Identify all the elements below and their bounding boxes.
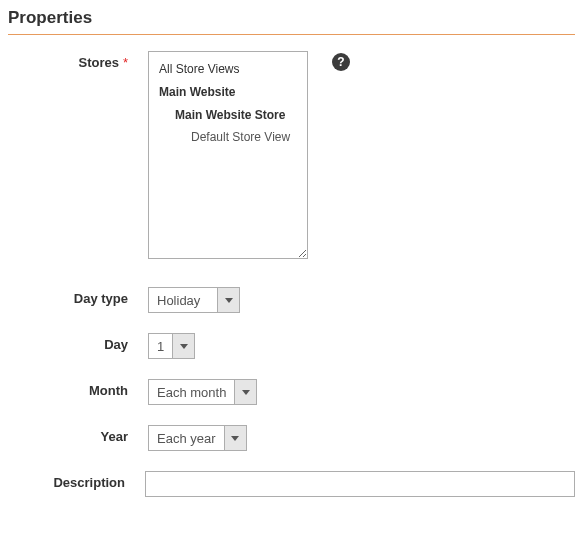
- label-day-type: Day type: [8, 287, 148, 306]
- chevron-down-icon: [217, 288, 239, 312]
- day-type-select[interactable]: Holiday: [148, 287, 240, 313]
- label-month: Month: [8, 379, 148, 398]
- description-input[interactable]: [145, 471, 575, 497]
- day-type-value: Holiday: [149, 288, 217, 312]
- label-day: Day: [8, 333, 148, 352]
- label-stores: Stores*: [8, 51, 148, 70]
- row-month: Month Each month: [8, 379, 575, 405]
- stores-option[interactable]: Main Website: [159, 81, 297, 104]
- row-day-type: Day type Holiday: [8, 287, 575, 313]
- row-stores: Stores* All Store Views Main Website Mai…: [8, 51, 575, 259]
- chevron-down-icon: [224, 426, 246, 450]
- day-value: 1: [149, 334, 172, 358]
- required-mark: *: [123, 55, 128, 70]
- stores-option[interactable]: All Store Views: [159, 58, 297, 81]
- stores-option[interactable]: Main Website Store: [159, 104, 297, 127]
- label-stores-text: Stores: [78, 55, 118, 70]
- month-select[interactable]: Each month: [148, 379, 257, 405]
- chevron-down-icon: [234, 380, 256, 404]
- section-title: Properties: [8, 8, 575, 35]
- row-description: Description: [8, 471, 575, 497]
- month-value: Each month: [149, 380, 234, 404]
- help-icon[interactable]: ?: [332, 53, 350, 71]
- label-year: Year: [8, 425, 148, 444]
- stores-option[interactable]: Default Store View: [159, 126, 297, 149]
- year-select[interactable]: Each year: [148, 425, 247, 451]
- chevron-down-icon: [172, 334, 194, 358]
- day-select[interactable]: 1: [148, 333, 195, 359]
- row-year: Year Each year: [8, 425, 575, 451]
- label-description: Description: [8, 471, 145, 490]
- year-value: Each year: [149, 426, 224, 450]
- row-day: Day 1: [8, 333, 575, 359]
- stores-multiselect[interactable]: All Store Views Main Website Main Websit…: [148, 51, 308, 259]
